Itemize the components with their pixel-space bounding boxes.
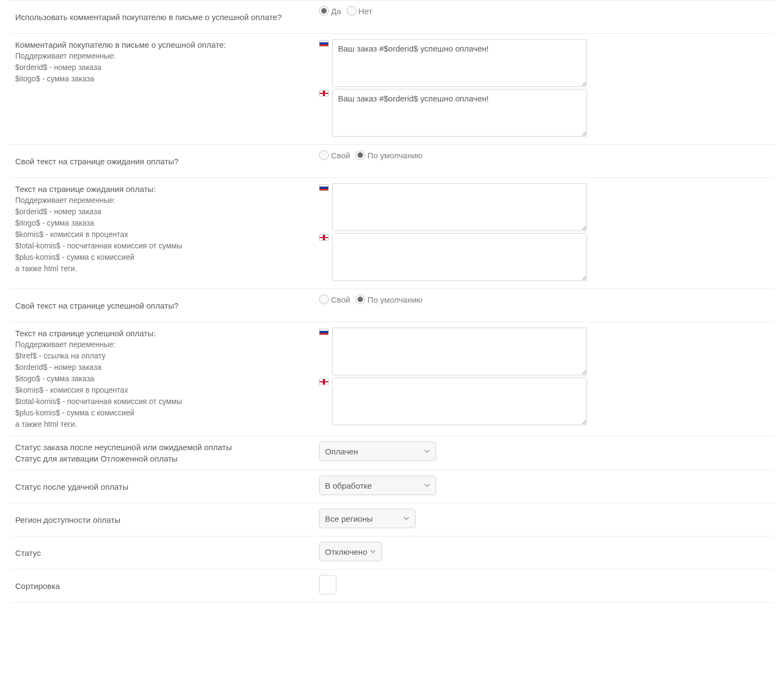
label-text: Регион доступности оплаты [15, 514, 120, 526]
input-comment-text [319, 39, 769, 139]
flag-en-icon [319, 379, 329, 385]
radio-default-label: По умолчанию [367, 151, 422, 160]
row-use-comment: Использовать комментарий покупателю в пи… [11, 0, 773, 34]
lang-row-en [319, 89, 769, 137]
label-sub: $total-komis$ - посчитанная комиссия от … [15, 240, 314, 252]
label-comment-text: Комментарий покупателю в письме о успешн… [15, 39, 319, 85]
input-own-wait-text: Свой По умолчанию [319, 150, 769, 160]
lang-row-ru [319, 183, 769, 231]
radio-own-label: Свой [331, 295, 350, 304]
select-value: Оплачен [325, 447, 358, 456]
select-status-success[interactable]: В обработке [319, 476, 436, 495]
lang-row-ru [319, 39, 769, 87]
label-sub: $orderid$ - номер заказа [15, 206, 314, 217]
label-sub: $href$ - ссылка на оплату [15, 350, 314, 362]
input-wait-text [319, 183, 769, 283]
input-status-fail: Оплачен [319, 441, 769, 461]
label-status-fail: Статус заказа после неуспешной или ожида… [15, 441, 319, 464]
select-value: Отключено [325, 547, 367, 556]
label-text: Использовать комментарий покупателю в пи… [15, 11, 282, 23]
radio-group-own-wait: Свой По умолчанию [319, 150, 769, 160]
label-text-2: Статус для активации Отложенной оплаты [15, 453, 314, 464]
chevron-down-icon [424, 448, 430, 454]
label-sub: $orderid$ - номер заказа [15, 362, 314, 373]
label-text: Свой текст на странице успешной оплаты? [15, 300, 179, 311]
label-text: Сортировка [15, 580, 60, 592]
label-text-1: Статус заказа после неуспешной или ожида… [15, 441, 314, 453]
select-region[interactable]: Все регионы [319, 509, 416, 528]
flag-en-icon [319, 90, 329, 97]
label-own-wait-text: Свой текст на странице ожидания оплаты? [15, 150, 319, 172]
flag-ru-icon [319, 329, 329, 335]
chevron-down-icon [369, 548, 376, 555]
select-status-fail[interactable]: Оплачен [319, 441, 436, 461]
row-status-fail: Статус заказа после неуспешной или ожида… [11, 436, 773, 470]
radio-own[interactable] [319, 294, 329, 304]
radio-yes-label: Да [331, 7, 341, 16]
label-text: Статус [15, 547, 41, 559]
label-sub: $plus-komis$ - сумма с комиссией [15, 407, 314, 419]
row-status-success: Статус после удачной оплаты В обработке [11, 470, 773, 503]
radio-own-label: Свой [331, 151, 350, 160]
label-use-comment: Использовать комментарий покупателю в пи… [15, 6, 319, 28]
textarea-success-ru[interactable] [332, 328, 587, 375]
input-success-text [319, 328, 769, 427]
radio-default[interactable] [355, 150, 365, 160]
select-value: Все регионы [325, 514, 373, 523]
label-sort: Сортировка [15, 575, 319, 597]
row-own-wait-text: Свой текст на странице ожидания оплаты? … [11, 145, 773, 178]
label-sub: $itogo$ - сумма заказа [15, 373, 314, 385]
input-use-comment: Да Нет [319, 6, 769, 16]
select-value: В обработке [325, 481, 372, 490]
chevron-down-icon [424, 482, 430, 489]
row-success-text: Текст на странице успешной оплаты: Подде… [11, 322, 773, 436]
label-text: Свой текст на странице ожидания оплаты? [15, 156, 179, 167]
input-status: Отключено [319, 542, 769, 561]
radio-own[interactable] [319, 150, 329, 160]
label-sub: $komis$ - комиссия в процентах [15, 385, 314, 396]
label-sub: Поддерживает переменные: [15, 339, 314, 350]
label-text: Текст на странице ожидания оплаты: [15, 183, 314, 195]
lang-row-en [319, 377, 769, 425]
lang-row-en [319, 233, 769, 281]
textarea-wait-ru[interactable] [332, 183, 587, 231]
label-text: Статус после удачной оплаты [15, 481, 128, 492]
label-sub: Поддерживает переменные: [15, 50, 314, 62]
row-region: Регион доступности оплаты Все регионы [11, 503, 773, 536]
flag-en-icon [319, 234, 329, 241]
radio-default[interactable] [355, 294, 365, 304]
label-text: Текст на странице успешной оплаты: [15, 328, 314, 339]
label-region: Регион доступности оплаты [15, 509, 319, 530]
flag-ru-icon [319, 40, 329, 47]
label-sub: $itogo$ - сумма заказа [15, 73, 314, 85]
row-status: Статус Отключено [11, 536, 773, 569]
select-status[interactable]: Отключено [319, 542, 382, 561]
textarea-success-en[interactable] [332, 377, 587, 425]
label-sub: $komis$ - комиссия в процентах [15, 229, 314, 240]
label-sub: а также html теги. [15, 263, 314, 274]
label-own-success-text: Свой текст на странице успешной оплаты? [15, 294, 319, 316]
lang-row-ru [319, 328, 769, 375]
input-own-success-text: Свой По умолчанию [319, 294, 769, 304]
input-status-success: В обработке [319, 476, 769, 495]
row-sort: Сортировка [11, 569, 773, 603]
label-sub: $itogo$ - сумма заказа [15, 217, 314, 229]
radio-no-label: Нет [359, 7, 373, 16]
textarea-comment-en[interactable] [332, 89, 587, 137]
label-sub: а также html теги. [15, 419, 314, 430]
input-region: Все регионы [319, 509, 769, 528]
label-status: Статус [15, 542, 319, 563]
row-own-success-text: Свой текст на странице успешной оплаты? … [11, 289, 773, 322]
label-text: Комментарий покупателю в письме о успешн… [15, 39, 314, 50]
textarea-wait-en[interactable] [332, 233, 587, 281]
input-sort-field[interactable] [319, 575, 336, 594]
radio-group-use-comment: Да Нет [319, 6, 769, 16]
radio-yes[interactable] [319, 6, 329, 16]
flag-ru-icon [319, 184, 329, 191]
radio-no[interactable] [347, 6, 356, 16]
textarea-comment-ru[interactable] [332, 39, 587, 87]
radio-default-label: По умолчанию [367, 295, 422, 304]
label-sub: Поддерживает переменные: [15, 195, 314, 206]
label-status-success: Статус после удачной оплаты [15, 476, 319, 497]
row-comment-text: Комментарий покупателю в письме о успешн… [11, 34, 773, 145]
